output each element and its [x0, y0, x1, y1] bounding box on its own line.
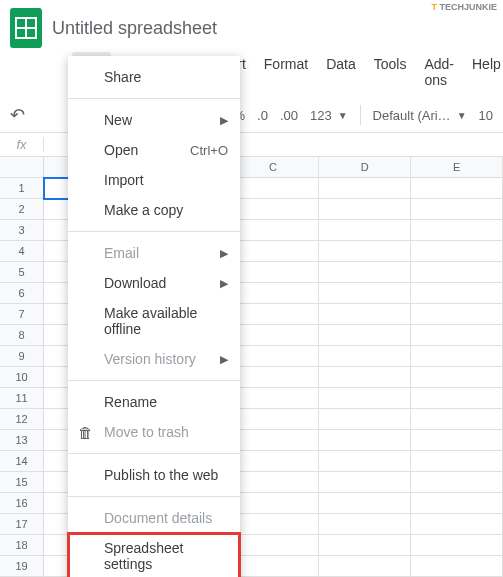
menu-item-email[interactable]: Email▶ [68, 238, 240, 268]
increase-decimal[interactable]: .00 [280, 108, 298, 123]
menu-item-make-copy[interactable]: Make a copy [68, 195, 240, 225]
row-header[interactable]: 2 [0, 199, 44, 220]
cell[interactable] [319, 304, 411, 325]
row-header[interactable]: 13 [0, 430, 44, 451]
cell[interactable] [411, 304, 503, 325]
cell[interactable] [319, 430, 411, 451]
cell[interactable] [411, 493, 503, 514]
cell[interactable] [228, 367, 320, 388]
cell[interactable] [319, 556, 411, 577]
cell[interactable] [411, 262, 503, 283]
row-header[interactable]: 11 [0, 388, 44, 409]
row-header[interactable]: 12 [0, 409, 44, 430]
column-header[interactable]: E [411, 157, 503, 178]
cell[interactable] [228, 346, 320, 367]
row-header[interactable]: 6 [0, 283, 44, 304]
column-header[interactable]: C [228, 157, 320, 178]
row-header[interactable]: 15 [0, 472, 44, 493]
cell[interactable] [228, 409, 320, 430]
font-selector[interactable]: Default (Ari…▼ [373, 108, 467, 123]
cell[interactable] [319, 220, 411, 241]
menu-format[interactable]: Format [256, 52, 316, 92]
cell[interactable] [319, 388, 411, 409]
menu-item-open[interactable]: OpenCtrl+O [68, 135, 240, 165]
cell[interactable] [228, 220, 320, 241]
row-header[interactable]: 17 [0, 514, 44, 535]
cell[interactable] [319, 409, 411, 430]
menu-addons[interactable]: Add-ons [416, 52, 462, 92]
menu-item-trash[interactable]: 🗑Move to trash [68, 417, 240, 447]
row-header[interactable]: 4 [0, 241, 44, 262]
row-header[interactable]: 14 [0, 451, 44, 472]
cell[interactable] [319, 325, 411, 346]
cell[interactable] [411, 283, 503, 304]
cell[interactable] [228, 472, 320, 493]
row-header[interactable]: 3 [0, 220, 44, 241]
cell[interactable] [228, 388, 320, 409]
cell[interactable] [411, 556, 503, 577]
row-header[interactable]: 9 [0, 346, 44, 367]
cell[interactable] [319, 493, 411, 514]
menu-item-import[interactable]: Import [68, 165, 240, 195]
decrease-decimal[interactable]: .0 [257, 108, 268, 123]
column-header[interactable]: D [319, 157, 411, 178]
cell[interactable] [411, 178, 503, 199]
cell[interactable] [228, 514, 320, 535]
menu-data[interactable]: Data [318, 52, 364, 92]
cell[interactable] [228, 262, 320, 283]
cell[interactable] [319, 346, 411, 367]
cell[interactable] [411, 451, 503, 472]
cell[interactable] [411, 409, 503, 430]
cell[interactable] [411, 430, 503, 451]
cell[interactable] [411, 367, 503, 388]
cell[interactable] [228, 178, 320, 199]
menu-item-new[interactable]: New▶ [68, 105, 240, 135]
row-header[interactable]: 18 [0, 535, 44, 556]
document-title[interactable]: Untitled spreadsheet [52, 18, 217, 39]
cell[interactable] [228, 430, 320, 451]
menu-tools[interactable]: Tools [366, 52, 415, 92]
menu-item-offline[interactable]: Make available offline [68, 298, 240, 344]
cell[interactable] [411, 346, 503, 367]
cell[interactable] [319, 514, 411, 535]
menu-item-rename[interactable]: Rename [68, 387, 240, 417]
cell[interactable] [411, 388, 503, 409]
cell[interactable] [411, 199, 503, 220]
cell[interactable] [411, 472, 503, 493]
row-header[interactable]: 8 [0, 325, 44, 346]
cell[interactable] [319, 451, 411, 472]
cell[interactable] [411, 514, 503, 535]
cell[interactable] [228, 283, 320, 304]
menu-help[interactable]: Help [464, 52, 503, 92]
menu-item-document-details[interactable]: Document details [68, 503, 240, 533]
cell[interactable] [319, 535, 411, 556]
cell[interactable] [228, 493, 320, 514]
cell[interactable] [319, 367, 411, 388]
cell[interactable] [319, 199, 411, 220]
cell[interactable] [228, 325, 320, 346]
row-header[interactable]: 10 [0, 367, 44, 388]
cell[interactable] [411, 325, 503, 346]
select-all-corner[interactable] [0, 157, 44, 178]
font-size[interactable]: 10 [479, 108, 493, 123]
row-header[interactable]: 19 [0, 556, 44, 577]
sheets-logo-icon[interactable] [10, 8, 42, 48]
cell[interactable] [228, 241, 320, 262]
undo-icon[interactable]: ↶ [10, 104, 25, 126]
row-header[interactable]: 7 [0, 304, 44, 325]
cell[interactable] [411, 220, 503, 241]
menu-item-spreadsheet-settings[interactable]: Spreadsheet settings [68, 533, 240, 577]
cell[interactable] [228, 199, 320, 220]
menu-item-download[interactable]: Download▶ [68, 268, 240, 298]
cell[interactable] [228, 451, 320, 472]
cell[interactable] [319, 283, 411, 304]
row-header[interactable]: 5 [0, 262, 44, 283]
cell[interactable] [319, 262, 411, 283]
cell[interactable] [319, 241, 411, 262]
cell[interactable] [411, 241, 503, 262]
cell[interactable] [228, 556, 320, 577]
cell[interactable] [228, 535, 320, 556]
menu-item-version-history[interactable]: Version history▶ [68, 344, 240, 374]
menu-item-publish[interactable]: Publish to the web [68, 460, 240, 490]
menu-item-share[interactable]: Share [68, 62, 240, 92]
